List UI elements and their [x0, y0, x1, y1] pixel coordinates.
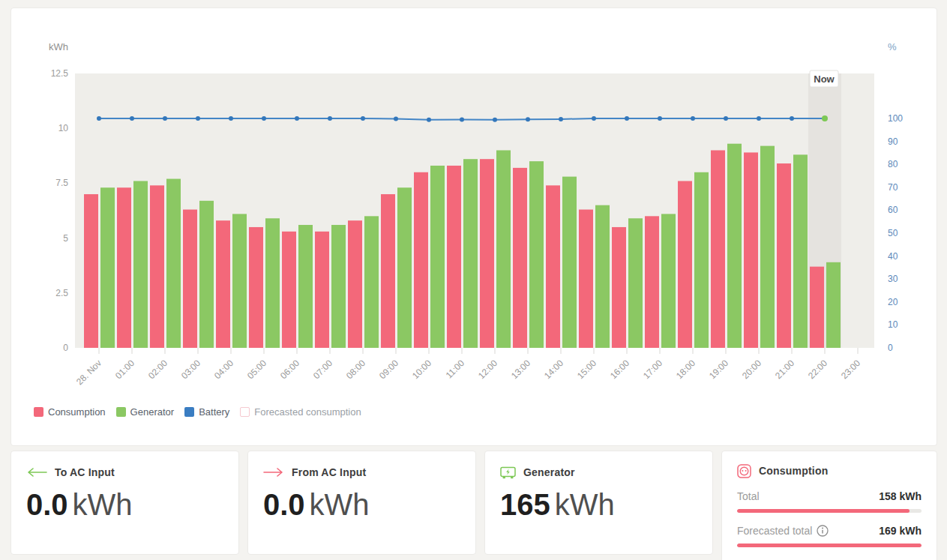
generator-bar[interactable]: [760, 146, 775, 348]
generator-bar[interactable]: [628, 218, 643, 348]
arrow-right-icon: [263, 468, 284, 477]
battery-point[interactable]: [757, 116, 761, 121]
now-label: Now: [814, 73, 835, 85]
consumption-bar[interactable]: [84, 194, 98, 348]
power-socket-icon: [737, 464, 751, 478]
battery-point[interactable]: [229, 116, 233, 121]
legend-label: Battery: [199, 406, 229, 418]
legend-item-consumption[interactable]: Consumption: [34, 406, 106, 418]
row-value: 169 kWh: [879, 525, 922, 537]
right-axis-tick-label: 90: [888, 136, 898, 147]
forecast-swatch-icon: [240, 407, 250, 417]
x-axis-label: 28. Nov: [74, 358, 103, 387]
battery-point[interactable]: [691, 116, 695, 121]
consumption-bar[interactable]: [810, 267, 824, 348]
generator-bar[interactable]: [133, 181, 148, 348]
card-to-ac-input: To AC Input 0.0kWh: [10, 451, 239, 555]
battery-point[interactable]: [592, 116, 596, 121]
battery-point[interactable]: [163, 116, 167, 121]
battery-point[interactable]: [460, 118, 464, 122]
generator-bar[interactable]: [595, 205, 610, 348]
consumption-bar[interactable]: [414, 172, 428, 348]
consumption-bar[interactable]: [744, 152, 758, 348]
battery-point[interactable]: [427, 118, 431, 122]
x-axis-label: 04:00: [212, 358, 235, 381]
generator-bar[interactable]: [232, 214, 247, 348]
battery-point[interactable]: [97, 116, 101, 121]
battery-point[interactable]: [295, 116, 299, 121]
generator-bar[interactable]: [826, 262, 841, 348]
battery-point[interactable]: [328, 116, 332, 121]
battery-point[interactable]: [262, 116, 266, 121]
left-axis-tick-label: 7.5: [55, 178, 68, 188]
generator-bar[interactable]: [727, 144, 742, 348]
value-unit: kWh: [310, 488, 370, 521]
consumption-bar[interactable]: [216, 220, 230, 348]
battery-point[interactable]: [394, 117, 398, 121]
x-axis-label: 12:00: [476, 358, 499, 381]
generator-bar[interactable]: [265, 218, 280, 348]
consumption-bar[interactable]: [579, 210, 593, 348]
battery-point[interactable]: [625, 116, 629, 121]
legend-item-generator[interactable]: Generator: [116, 406, 175, 418]
battery-point[interactable]: [526, 117, 530, 121]
consumption-bar[interactable]: [777, 163, 791, 348]
consumption-bar[interactable]: [513, 168, 527, 348]
battery-point[interactable]: [196, 116, 200, 121]
card-label: Consumption: [759, 465, 828, 477]
consumption-bar[interactable]: [612, 227, 626, 348]
generator-bar[interactable]: [166, 179, 181, 348]
card-label: To AC Input: [55, 466, 115, 478]
battery-point[interactable]: [361, 116, 365, 121]
consumption-bar[interactable]: [381, 194, 395, 348]
battery-point[interactable]: [724, 116, 728, 121]
consumption-bar[interactable]: [249, 227, 263, 348]
consumption-bar[interactable]: [348, 220, 362, 348]
arrow-left-icon: [26, 468, 47, 477]
generator-bar[interactable]: [364, 216, 379, 348]
generator-bar[interactable]: [793, 154, 808, 348]
battery-point[interactable]: [130, 116, 134, 121]
generator-bar[interactable]: [694, 172, 709, 348]
info-icon[interactable]: [817, 525, 829, 537]
right-axis-tick-label: 80: [888, 159, 898, 169]
consumption-bar[interactable]: [282, 232, 296, 348]
generator-bar[interactable]: [298, 225, 313, 348]
x-axis-label: 13:00: [509, 358, 532, 381]
consumption-bar[interactable]: [183, 210, 197, 348]
chart-legend: Consumption Generator Battery Forecasted…: [34, 406, 361, 418]
generator-bar[interactable]: [496, 150, 511, 348]
generator-bar[interactable]: [562, 177, 577, 348]
consumption-bar[interactable]: [645, 216, 659, 348]
generator-bar[interactable]: [661, 214, 676, 348]
legend-item-forecasted-consumption[interactable]: Forecasted consumption: [240, 406, 361, 418]
axis-title-kwh: kWh: [49, 41, 68, 52]
x-axis-label: 08:00: [344, 358, 367, 381]
consumption-bar[interactable]: [678, 181, 692, 348]
battery-point[interactable]: [493, 118, 497, 122]
battery-point[interactable]: [559, 117, 563, 121]
generator-bar[interactable]: [100, 187, 115, 348]
generator-bar[interactable]: [529, 161, 544, 348]
battery-point[interactable]: [658, 116, 662, 121]
generator-bar[interactable]: [463, 159, 478, 348]
generator-bar[interactable]: [397, 187, 412, 348]
generator-bar[interactable]: [331, 225, 346, 348]
consumption-bar[interactable]: [711, 150, 725, 348]
legend-item-battery[interactable]: Battery: [184, 406, 229, 418]
right-axis-tick-label: 100: [888, 113, 903, 124]
left-axis-tick-label: 5: [63, 233, 68, 244]
consumption-bar[interactable]: [150, 185, 164, 348]
battery-point[interactable]: [790, 116, 794, 121]
row-label: Forecasted total: [737, 525, 812, 537]
consumption-bar[interactable]: [546, 185, 560, 348]
x-axis-label: 02:00: [146, 358, 169, 381]
generator-bar[interactable]: [430, 166, 445, 348]
battery-point[interactable]: [822, 115, 828, 121]
generator-bar[interactable]: [199, 201, 214, 348]
consumption-bar[interactable]: [447, 166, 461, 348]
consumption-bar[interactable]: [117, 187, 131, 348]
consumption-bar[interactable]: [480, 159, 494, 348]
consumption-bar[interactable]: [315, 232, 329, 348]
row-label: Total: [737, 490, 760, 502]
